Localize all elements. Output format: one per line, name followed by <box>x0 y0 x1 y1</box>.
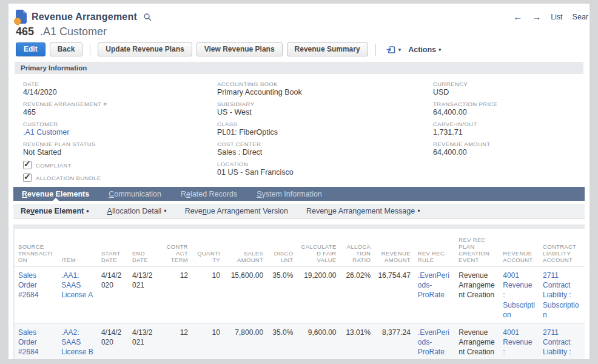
toolbar-divider <box>375 44 376 56</box>
page-header: Revenue Arrangement ← → List Sear <box>8 4 590 24</box>
column-header-discount: DISCOUNT <box>267 237 297 267</box>
edit-button[interactable]: Edit <box>16 42 45 56</box>
field-value: US - West <box>217 108 433 116</box>
field-carve-in-out: CARVE-IN/OUT1,731.71 <box>433 121 583 136</box>
field-label: COST CENTER <box>217 141 433 147</box>
field-value: 1,731.71 <box>433 128 583 136</box>
revenue-summary-button[interactable]: Revenue Summary <box>287 42 368 56</box>
field-value: 01 US - San Francisco <box>217 168 433 177</box>
revenue-elements-grid: SOURCE TRANSACTIONITEMSTART DATEEND DATE… <box>13 224 585 359</box>
field-class: CLASSPL01: FiberOptics <box>217 121 433 136</box>
cell-link-source-transaction[interactable]: Sales Order #2684 <box>18 328 38 356</box>
cell-calculated-fair-value: 9,600.00 <box>297 323 340 359</box>
table-row: Sales Order #2684.AA1: SAAS License A4/1… <box>15 267 585 324</box>
tab-communication[interactable]: Communication <box>109 187 161 201</box>
subtab-revenue-arrangement-version[interactable]: Revenue Arrangement Version <box>185 207 288 215</box>
tab-revenue-elements[interactable]: Revenue Elements <box>22 187 89 201</box>
share-icon[interactable] <box>386 44 396 55</box>
cell-discount: 35.0% <box>267 267 297 324</box>
cell-revenue-amount: 8,377.24 <box>374 323 414 359</box>
record-title: 465 .A1 Customer <box>8 24 590 38</box>
cell-sales-amount: 15,600.00 <box>224 267 267 324</box>
action-toolbar: Edit Back Update Revenue Plans View Reve… <box>8 38 590 56</box>
cell-contract-term: 12 <box>160 267 192 324</box>
subtab-allocation-detail[interactable]: Allocation Detail• <box>107 207 167 215</box>
cell-source-transaction: Sales Order #2684 <box>15 323 58 359</box>
table-header-row: SOURCE TRANSACTIONITEMSTART DATEEND DATE… <box>15 237 585 267</box>
field-column: CURRENCYUSDTRANSACTION PRICE64,400.00CAR… <box>433 81 583 182</box>
primary-information-header[interactable]: Primary Information <box>15 62 583 75</box>
view-revenue-plans-button[interactable]: View Revenue Plans <box>197 42 283 56</box>
cell-contract-term: 12 <box>160 323 192 359</box>
field-label: CUSTOMER <box>23 121 217 127</box>
forward-arrow-icon[interactable]: → <box>532 12 541 22</box>
field-value: 465 <box>23 108 217 116</box>
field-value: 4/14/2020 <box>23 88 217 96</box>
share-caret-icon[interactable]: ▾ <box>398 47 401 53</box>
update-revenue-plans-button[interactable]: Update Revenue Plans <box>98 42 192 56</box>
list-link[interactable]: List <box>551 13 562 21</box>
record-number: 465 <box>16 25 34 38</box>
field-label: CURRENCY <box>433 81 583 87</box>
field-value: 64,400.00 <box>433 108 583 116</box>
field-revenue-plan-status: REVENUE PLAN STATUSNot Started <box>23 141 217 157</box>
cell-discount: 35.0% <box>267 323 297 359</box>
dropdown-bullet-icon: • <box>86 207 89 215</box>
field-value-link[interactable]: .A1 Customer <box>23 128 217 136</box>
field-value: PL01: FiberOptics <box>217 128 433 136</box>
checkbox-compliant[interactable] <box>23 161 32 169</box>
cell-link-revenue-account[interactable]: 4001 Revenue : Subscription <box>503 328 535 359</box>
field-location: LOCATION01 US - San Francisco <box>217 161 433 177</box>
field-accounting-book: ACCOUNTING BOOKPrimary Accounting Book <box>217 81 433 96</box>
actions-caret-icon[interactable]: ▾ <box>438 47 442 53</box>
checkbox-allocation-bundle[interactable] <box>23 174 32 182</box>
record-type-icon <box>16 10 27 24</box>
cell-source-transaction: Sales Order #2684 <box>15 267 58 324</box>
actions-menu[interactable]: Actions <box>408 46 436 54</box>
revenue-arrangement-page: Revenue Arrangement ← → List Sear 465 .A… <box>8 4 590 359</box>
search-link[interactable]: Sear <box>573 13 588 21</box>
cell-link-contract-liability-account[interactable]: 2711 Contract Liability : Subscription <box>543 328 579 359</box>
cell-link-item[interactable]: .AA1: SAAS License A <box>61 271 93 299</box>
cell-link-contract-liability-account[interactable]: 2711 Contract Liability : Subscription <box>543 271 579 319</box>
field-customer: CUSTOMER.A1 Customer <box>23 121 217 136</box>
cell-end-date: 4/13/2021 <box>129 323 160 359</box>
cell-item: .AA2: SAAS License B <box>58 323 98 359</box>
field-date: DATE4/14/2020 <box>23 81 217 96</box>
coin-badge-icon <box>14 18 21 25</box>
field-label: REVENUE ARRANGEMENT # <box>23 101 217 107</box>
field-label: CARVE-IN/OUT <box>433 121 583 127</box>
cell-link-source-transaction[interactable]: Sales Order #2684 <box>18 271 38 299</box>
subtab-revenue-element[interactable]: Revenue Element• <box>21 207 89 215</box>
cell-revenue-account: 4001 Revenue : Subscription <box>499 323 539 359</box>
field-value: Not Started <box>23 148 217 157</box>
column-header-item: ITEM <box>58 237 98 267</box>
cell-link-rev-rec-rule[interactable]: .EvenPeriods-ProRate <box>418 271 449 299</box>
subtab-revenue-arrangement-message[interactable]: Revenue Arrangement Message• <box>306 207 420 215</box>
cell-rev-rec-rule: .EvenPeriods-ProRate <box>414 267 455 324</box>
cell-calculated-fair-value: 19,200.00 <box>297 267 340 324</box>
tab-system-information[interactable]: System Information <box>257 187 322 201</box>
field-subsidiary: SUBSIDIARYUS - West <box>217 101 433 116</box>
checkbox-label: ALLOCATION BUNDLE <box>36 175 101 181</box>
dropdown-bullet-icon: • <box>164 207 166 215</box>
revenue-elements-table: SOURCE TRANSACTIONITEMSTART DATEEND DATE… <box>15 237 585 359</box>
cell-link-revenue-account[interactable]: 4001 Revenue : Subscription <box>503 271 535 319</box>
field-label: TRANSACTION PRICE <box>433 101 583 107</box>
column-header-rev-rec-plan-creation-event: REV REC PLAN CREATION EVENT <box>455 237 499 267</box>
column-header-contract-liability-account: CONTRACT LIABILITY ACCOUNT <box>539 237 585 267</box>
cell-allocation-ratio: 26.02% <box>340 267 375 324</box>
cell-revenue-account: 4001 Revenue : Subscription <box>499 267 539 324</box>
tab-related-records[interactable]: Related Records <box>181 187 237 201</box>
back-button[interactable]: Back <box>50 42 83 56</box>
cell-link-item[interactable]: .AA2: SAAS License B <box>61 328 93 356</box>
cell-sales-amount: 7,800.00 <box>224 323 267 359</box>
dropdown-bullet-icon: • <box>417 207 420 215</box>
cell-quantity: 10 <box>192 267 224 324</box>
back-arrow-icon[interactable]: ← <box>513 12 522 22</box>
toolbar-divider <box>90 44 90 56</box>
title-search-icon[interactable] <box>143 13 152 21</box>
field-revenue-amount: REVENUE AMOUNT64,400.00 <box>433 141 583 157</box>
cell-link-rev-rec-rule[interactable]: .EvenPeriods-ProRate <box>418 328 449 356</box>
field-label: DATE <box>23 81 217 87</box>
